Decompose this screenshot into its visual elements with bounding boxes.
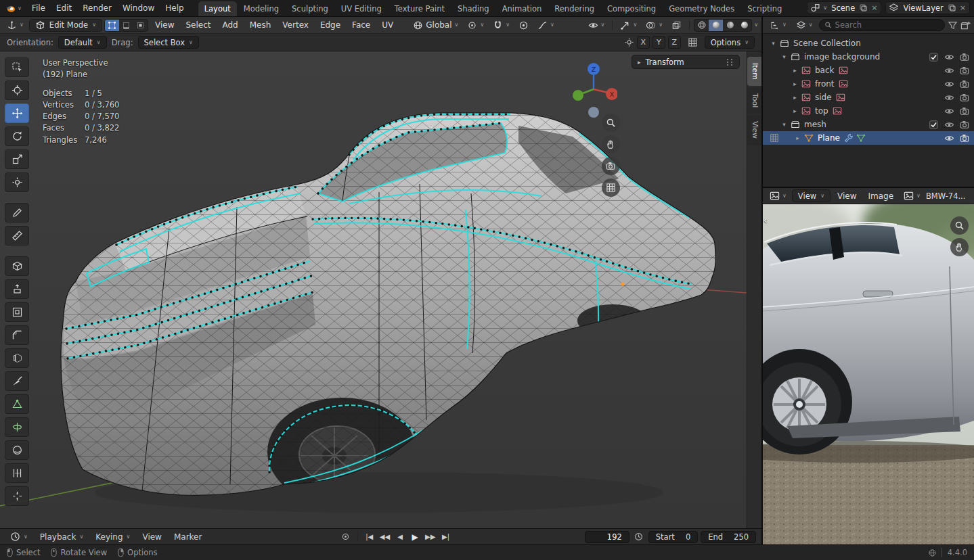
prev-keyframe-button[interactable]: ◀◀ <box>378 531 392 543</box>
menu-window[interactable]: Window <box>117 1 160 16</box>
next-keyframe-button[interactable]: ▶▶ <box>423 531 437 543</box>
tool-edge-slide[interactable] <box>5 463 29 483</box>
timeline-editor-button[interactable]: ∨ <box>5 530 32 543</box>
outliner-row-mesh[interactable]: ▾ mesh <box>763 118 974 131</box>
panel-grip-icon[interactable] <box>726 58 734 66</box>
expand-icon[interactable]: ▸ <box>791 67 799 74</box>
face-select-button[interactable] <box>133 20 148 31</box>
menu-add[interactable]: Add <box>218 18 243 32</box>
frame-end-field[interactable]: End 250 <box>701 531 756 543</box>
tool-loop-cut[interactable] <box>5 348 29 368</box>
camera-icon[interactable] <box>960 79 970 89</box>
tool-select-box[interactable] <box>5 57 29 77</box>
scene-name[interactable]: Scene <box>830 3 856 13</box>
browse-image-button[interactable]: ∨ <box>900 189 924 202</box>
shading-solid-button[interactable] <box>709 20 723 31</box>
mirror-x-toggle[interactable]: X <box>637 36 650 49</box>
shading-wireframe-button[interactable] <box>694 20 709 31</box>
menu-image[interactable]: Image <box>864 189 899 203</box>
orientation-dropdown[interactable]: Default ∨ <box>58 36 107 49</box>
outliner-row-plane[interactable]: ▸ Plane <box>763 131 974 145</box>
drag-dropdown[interactable]: Select Box ∨ <box>138 36 199 49</box>
tool-smooth[interactable] <box>5 440 29 460</box>
tool-shrink-fatten[interactable] <box>5 486 29 506</box>
image-editor-button[interactable]: ∨ <box>766 189 790 202</box>
jump-to-end-button[interactable]: ▶| <box>439 531 452 543</box>
camera-view-button[interactable] <box>602 157 620 175</box>
shading-dropdown[interactable]: ∨ <box>754 22 758 28</box>
workspace-tab-sculpting[interactable]: Sculpting <box>286 1 334 16</box>
new-viewlayer-icon[interactable] <box>948 3 956 12</box>
menu-playback[interactable]: Playback∨ <box>35 531 88 543</box>
tool-spin[interactable] <box>5 417 29 437</box>
menu-view[interactable]: View <box>150 18 179 32</box>
workspace-tab-rendering[interactable]: Rendering <box>548 1 600 16</box>
shading-material-button[interactable] <box>723 20 737 31</box>
eye-icon[interactable] <box>944 52 954 62</box>
tool-move[interactable] <box>5 103 29 123</box>
menu-view-timeline[interactable]: View <box>137 531 166 543</box>
panel-expand-icon[interactable]: ▸ <box>638 59 641 66</box>
vertex-select-button[interactable] <box>105 20 119 31</box>
tool-inset-faces[interactable] <box>5 302 29 322</box>
camera-icon[interactable] <box>960 106 970 116</box>
zoom-icon[interactable] <box>950 216 969 235</box>
pivot-point-dropdown[interactable]: ∨ <box>464 19 487 32</box>
workspace-tab-modeling[interactable]: Modeling <box>238 1 285 16</box>
eye-icon[interactable] <box>944 133 954 143</box>
camera-icon[interactable] <box>960 52 970 62</box>
edge-select-button[interactable] <box>119 20 133 31</box>
outliner-search[interactable] <box>819 19 945 31</box>
unlink-scene-icon[interactable]: × <box>870 3 878 12</box>
menu-select[interactable]: Select <box>181 18 215 32</box>
menu-mesh[interactable]: Mesh <box>245 18 276 32</box>
checkbox-icon[interactable] <box>929 120 939 130</box>
show-gizmos-dropdown[interactable]: ∨ <box>617 19 640 32</box>
modifier-wrench-icon[interactable] <box>844 133 854 143</box>
menu-uv[interactable]: UV <box>377 18 398 32</box>
mirror-icon[interactable] <box>624 37 634 47</box>
menu-marker[interactable]: Marker <box>169 531 206 543</box>
tool-transform[interactable] <box>5 172 29 192</box>
remove-viewlayer-icon[interactable]: × <box>959 3 967 12</box>
region-expand-icon[interactable]: ‹ <box>763 215 767 225</box>
workspace-tab-scripting[interactable]: Scripting <box>741 1 788 16</box>
editor-type-button[interactable]: ∨ <box>3 19 27 32</box>
eye-icon[interactable] <box>944 93 954 103</box>
viewlayer-icon[interactable] <box>889 3 899 13</box>
scene-icon[interactable] <box>810 3 820 13</box>
proportional-editing-toggle[interactable] <box>515 19 532 32</box>
menu-face[interactable]: Face <box>347 18 375 32</box>
auto-keying-toggle[interactable] <box>339 531 353 543</box>
ortho-toggle-button[interactable] <box>602 179 620 197</box>
image-editor-view[interactable]: ‹ <box>763 204 974 544</box>
expand-icon[interactable]: ▾ <box>780 121 788 128</box>
show-overlays-dropdown[interactable]: ∨ <box>642 19 666 32</box>
snap-toggle[interactable]: ∨ <box>489 19 513 32</box>
workspace-tab-compositing[interactable]: Compositing <box>601 1 662 16</box>
viewlayer-name[interactable]: ViewLayer <box>902 3 944 13</box>
checkbox-icon[interactable] <box>929 52 939 62</box>
new-collection-icon[interactable] <box>960 20 971 30</box>
outliner-row-scene-collection[interactable]: ▾ Scene Collection <box>763 37 974 50</box>
expand-icon[interactable]: ▸ <box>791 94 799 101</box>
frame-start-field[interactable]: Start 0 <box>648 531 698 543</box>
expand-icon[interactable]: ▸ <box>794 135 801 141</box>
camera-icon[interactable] <box>960 93 970 103</box>
3d-viewport[interactable]: User Perspective (192) Plane Objects1 / … <box>0 51 761 528</box>
camera-icon[interactable] <box>960 120 970 130</box>
tool-bevel[interactable] <box>5 325 29 345</box>
sidebar-tab-view[interactable]: View <box>747 115 761 145</box>
eye-icon[interactable] <box>944 79 954 89</box>
outliner-row-back[interactable]: ▸ back <box>763 64 974 77</box>
tool-add-cube[interactable] <box>5 256 29 276</box>
menu-file[interactable]: File <box>26 1 51 16</box>
image-mode-dropdown[interactable]: View ∨ <box>792 189 831 202</box>
workspace-tab-uv-editing[interactable]: UV Editing <box>335 1 388 16</box>
menu-edge[interactable]: Edge <box>315 18 345 32</box>
display-mode-dropdown[interactable]: ∨ <box>793 19 816 32</box>
tool-cursor[interactable] <box>5 80 29 100</box>
menu-help[interactable]: Help <box>160 1 189 16</box>
tool-options-dropdown[interactable]: Options ∨ <box>705 36 755 49</box>
camera-icon[interactable] <box>960 133 970 143</box>
